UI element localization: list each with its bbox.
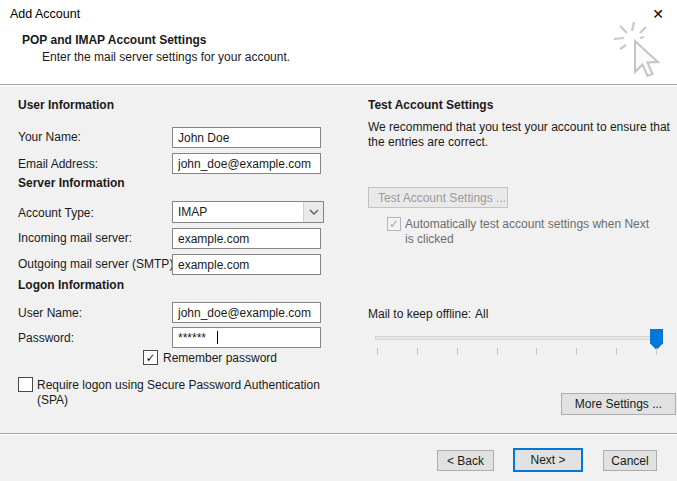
- spa-checkbox[interactable]: [18, 377, 33, 392]
- header-banner: Add Account ✕ POP and IMAP Account Setti…: [0, 0, 677, 84]
- check-icon: ✓: [145, 352, 155, 364]
- text-caret: [217, 331, 218, 344]
- account-type-select[interactable]: IMAP: [172, 201, 324, 223]
- test-description: We recommend that you test your account …: [368, 120, 673, 150]
- section-server-information: Server Information: [18, 176, 125, 190]
- your-name-input[interactable]: [172, 127, 321, 148]
- auto-test-label: Automatically test account settings when…: [405, 217, 657, 247]
- section-test-account-settings: Test Account Settings: [368, 98, 493, 112]
- banner-divider: [0, 84, 677, 85]
- user-name-label: User Name:: [18, 306, 82, 320]
- outgoing-server-input[interactable]: [172, 254, 321, 275]
- incoming-server-label: Incoming mail server:: [18, 231, 132, 245]
- window-title: Add Account: [10, 7, 80, 21]
- auto-test-checkbox[interactable]: ✓: [387, 217, 401, 231]
- account-type-label: Account Type:: [18, 206, 94, 220]
- mail-offline-label: Mail to keep offline:: [368, 307, 471, 321]
- password-label: Password:: [18, 331, 74, 345]
- remember-password-label: Remember password: [163, 351, 277, 365]
- offline-slider-thumb[interactable]: [650, 329, 663, 350]
- next-button[interactable]: Next >: [513, 448, 583, 472]
- remember-password-checkbox[interactable]: ✓: [143, 350, 158, 365]
- offline-slider-track[interactable]: [375, 336, 663, 340]
- outgoing-server-label: Outgoing mail server (SMTP):: [18, 257, 177, 271]
- user-name-input[interactable]: [172, 302, 321, 323]
- chevron-down-icon[interactable]: [303, 202, 323, 222]
- footer-divider: [0, 433, 677, 434]
- spa-label: Require logon using Secure Password Auth…: [37, 378, 339, 408]
- email-address-input[interactable]: [172, 153, 321, 174]
- page-title: POP and IMAP Account Settings: [22, 33, 206, 47]
- section-user-information: User Information: [18, 98, 114, 112]
- password-input[interactable]: [172, 327, 321, 348]
- cancel-button[interactable]: Cancel: [603, 450, 657, 471]
- mail-offline-value: All: [475, 307, 488, 321]
- add-account-dialog: Add Account ✕ POP and IMAP Account Setti…: [0, 0, 677, 481]
- offline-slider-ticks: [377, 348, 657, 355]
- email-address-label: Email Address:: [18, 157, 98, 171]
- cursor-sparkle-icon: [610, 20, 670, 80]
- incoming-server-input[interactable]: [172, 228, 321, 249]
- check-icon: ✓: [389, 218, 399, 230]
- section-logon-information: Logon Information: [18, 278, 124, 292]
- more-settings-button[interactable]: More Settings ...: [561, 393, 676, 415]
- your-name-label: Your Name:: [18, 130, 81, 144]
- test-account-settings-button[interactable]: Test Account Settings ...: [368, 187, 508, 208]
- back-button[interactable]: < Back: [437, 450, 494, 471]
- page-subtitle: Enter the mail server settings for your …: [42, 50, 290, 64]
- account-type-value: IMAP: [173, 205, 303, 219]
